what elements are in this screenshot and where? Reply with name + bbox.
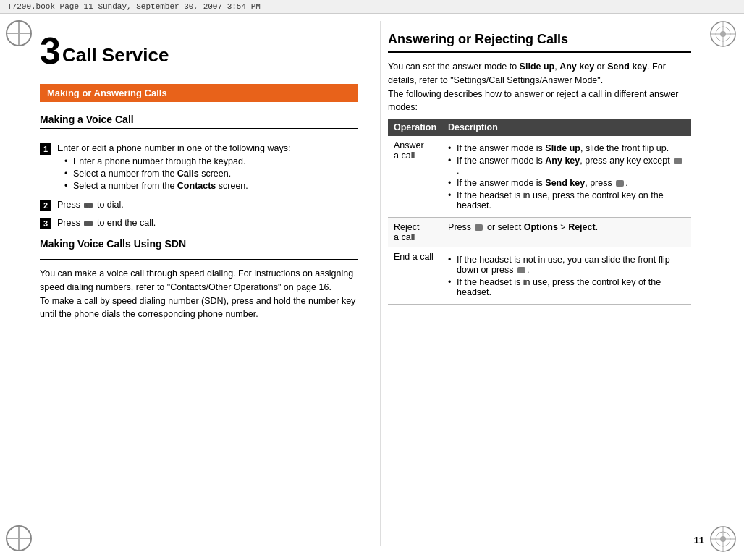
page-number: 11 bbox=[694, 535, 704, 546]
corner-decoration-tl bbox=[6, 20, 35, 49]
radial-tr bbox=[709, 20, 737, 48]
end-bullet-1: If the headset is not in use, you can sl… bbox=[448, 255, 685, 275]
step-1-bullets: Enter a phone number through the keypad.… bbox=[57, 156, 358, 191]
rule-voice-call bbox=[40, 135, 358, 135]
operation-end: End a call bbox=[388, 247, 442, 305]
table-row-reject: Rejecta call Press or select Options > R… bbox=[388, 218, 691, 247]
operation-answer: Answera call bbox=[388, 136, 442, 218]
step-1: 1 Enter or edit a phone number in one of… bbox=[40, 143, 358, 193]
step-2: 2 Press 📞 to dial. bbox=[40, 199, 358, 211]
left-column: 3 Call Service Making or Answering Calls… bbox=[40, 21, 380, 546]
step-2-badge: 2 bbox=[40, 200, 51, 211]
bullet-contacts: Select a number from the Contacts screen… bbox=[64, 181, 358, 191]
main-content: 3 Call Service Making or Answering Calls… bbox=[0, 14, 744, 553]
crosshair-tl bbox=[6, 20, 32, 46]
corner-decoration-tr bbox=[709, 20, 738, 49]
table-row-end: End a call If the headset is not in use,… bbox=[388, 247, 691, 305]
svg-rect-16 bbox=[517, 267, 525, 273]
svg-rect-13 bbox=[674, 158, 682, 164]
answer-modes-table: Operation Description Answera call If th… bbox=[388, 119, 691, 305]
right-section-heading: Answering or Rejecting Calls bbox=[388, 32, 691, 53]
svg-rect-14 bbox=[616, 180, 624, 187]
step-1-text: Enter or edit a phone number in one of t… bbox=[57, 143, 290, 153]
col-description: Description bbox=[442, 119, 691, 136]
rule-sdn bbox=[40, 259, 358, 260]
section-heading-bar: Making or Answering Calls bbox=[40, 84, 358, 102]
description-answer: If the answer mode is Slide up, slide th… bbox=[442, 136, 691, 218]
reject-phone-icon bbox=[474, 224, 483, 232]
svg-text:📞: 📞 bbox=[86, 204, 91, 209]
step-3-text: Press to end the call. bbox=[57, 218, 156, 228]
corner-decoration-br bbox=[709, 525, 738, 554]
send-key-icon bbox=[615, 179, 625, 187]
answer-bullet-3: If the answer mode is Send key, press . bbox=[448, 178, 685, 188]
send-phone-icon-step2: 📞 bbox=[83, 201, 93, 210]
operation-reject: Rejecta call bbox=[388, 218, 442, 247]
bullet-keypad: Enter a phone number through the keypad. bbox=[64, 156, 358, 166]
svg-rect-15 bbox=[475, 224, 483, 231]
answer-bullets: If the answer mode is Slide up, slide th… bbox=[448, 143, 685, 211]
answer-bullet-4: If the headset is in use, press the cont… bbox=[448, 190, 685, 211]
right-column: Answering or Rejecting Calls You can set… bbox=[380, 21, 691, 546]
answer-bullet-2: If the answer mode is Any key, press any… bbox=[448, 156, 685, 176]
description-reject: Press or select Options > Reject. bbox=[442, 218, 691, 247]
chapter-title: Call Service bbox=[62, 44, 169, 69]
description-end: If the headset is not in use, you can sl… bbox=[442, 247, 691, 305]
step-2-content: Press 📞 to dial. bbox=[57, 199, 358, 210]
subsection-voice-call-heading: Making a Voice Call bbox=[40, 114, 358, 129]
answer-bullet-1: If the answer mode is Slide up, slide th… bbox=[448, 143, 685, 153]
sdn-body-text: You can make a voice call through speed … bbox=[40, 267, 358, 321]
step-1-badge: 1 bbox=[40, 143, 51, 155]
table-header: Operation Description bbox=[388, 119, 691, 136]
except-key-icon bbox=[673, 157, 682, 165]
end-bullets: If the headset is not in use, you can sl… bbox=[448, 255, 685, 297]
end-bullet-2: If the headset is in use, press the cont… bbox=[448, 277, 685, 297]
bullet-calls: Select a number from the Calls screen. bbox=[64, 169, 358, 179]
step-2-text: Press 📞 to dial. bbox=[57, 200, 124, 210]
step-3-content: Press to end the call. bbox=[57, 217, 358, 228]
svg-rect-12 bbox=[84, 221, 93, 226]
subsection-sdn-heading: Making Voice Calls Using SDN bbox=[40, 238, 358, 253]
chapter-heading: 3 Call Service bbox=[40, 32, 358, 69]
header-text: T7200.book Page 11 Sunday, September 30,… bbox=[7, 2, 261, 11]
radial-br bbox=[709, 525, 737, 553]
page-container: T7200.book Page 11 Sunday, September 30,… bbox=[0, 0, 744, 560]
end-phone-icon-step3 bbox=[83, 219, 93, 228]
corner-decoration-bl bbox=[6, 525, 35, 554]
table-header-row: Operation Description bbox=[388, 119, 691, 136]
crosshair-bl bbox=[6, 525, 32, 551]
section-bar-label: Making or Answering Calls bbox=[47, 88, 167, 98]
right-intro-text: You can set the answer mode to Slide up,… bbox=[388, 60, 691, 114]
step-3: 3 Press to end the call. bbox=[40, 217, 358, 229]
end-key-icon bbox=[517, 266, 526, 274]
step-3-badge: 3 bbox=[40, 218, 51, 229]
step-1-content: Enter or edit a phone number in one of t… bbox=[57, 143, 358, 193]
chapter-number: 3 bbox=[40, 32, 61, 69]
table-row-answer: Answera call If the answer mode is Slide… bbox=[388, 136, 691, 218]
table-body: Answera call If the answer mode is Slide… bbox=[388, 136, 691, 305]
header-bar: T7200.book Page 11 Sunday, September 30,… bbox=[0, 0, 744, 14]
col-operation: Operation bbox=[388, 119, 442, 136]
